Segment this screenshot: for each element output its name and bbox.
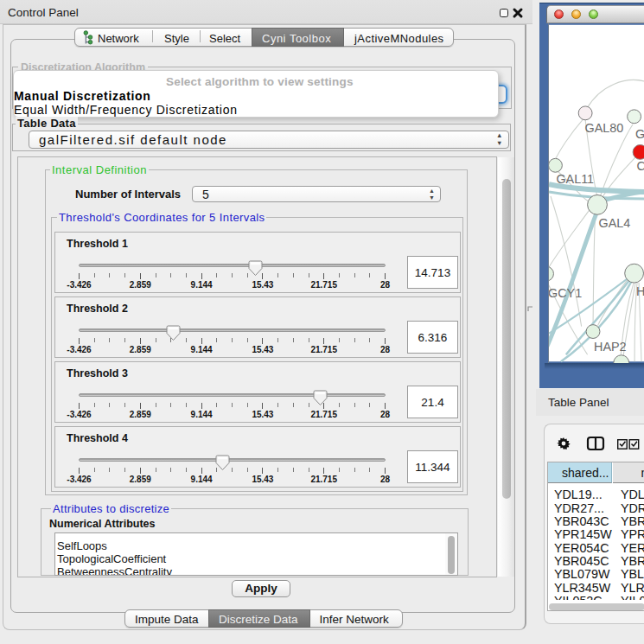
svg-text:GAL11: GAL11 (556, 172, 594, 186)
svg-text:HAP2: HAP2 (594, 340, 627, 354)
svg-text:GA: GA (635, 127, 644, 141)
svg-text:GAL80: GAL80 (584, 121, 623, 135)
svg-text:GAL4: GAL4 (598, 216, 630, 230)
svg-text:H: H (636, 284, 644, 298)
svg-text:GCY1: GCY1 (548, 286, 582, 300)
svg-text:C: C (636, 159, 644, 173)
